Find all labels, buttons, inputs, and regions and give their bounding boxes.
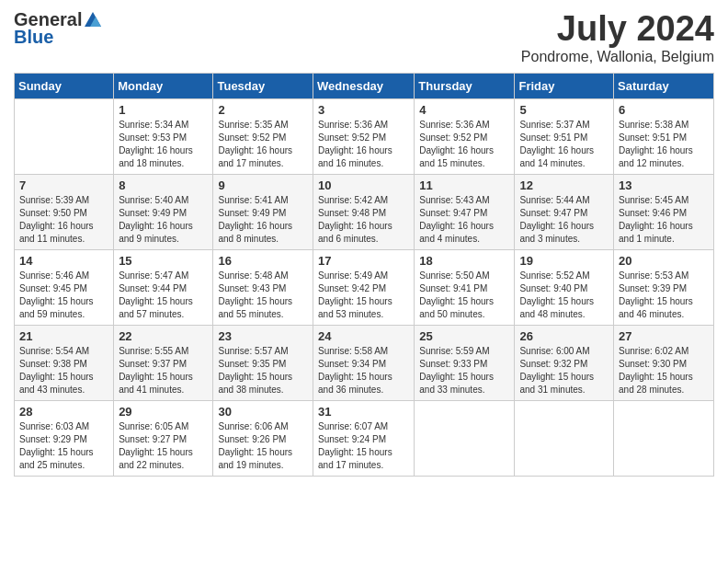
day-info: Sunrise: 5:47 AM Sunset: 9:44 PM Dayligh… [119,270,208,321]
calendar-cell: 20Sunrise: 5:53 AM Sunset: 9:39 PM Dayli… [614,250,714,326]
day-info: Sunrise: 5:54 AM Sunset: 9:38 PM Dayligh… [19,345,108,396]
day-info: Sunrise: 5:48 AM Sunset: 9:43 PM Dayligh… [218,270,308,321]
day-number: 6 [619,103,709,117]
calendar-cell: 9Sunrise: 5:41 AM Sunset: 9:49 PM Daylig… [213,175,313,250]
day-number: 7 [19,178,108,192]
day-number: 5 [519,103,609,117]
header: General Blue July 2024 Pondrome, Walloni… [14,9,714,65]
calendar-cell: 10Sunrise: 5:42 AM Sunset: 9:48 PM Dayli… [313,175,415,250]
title-section: July 2024 Pondrome, Wallonia, Belgium [521,9,714,65]
day-number: 29 [119,405,208,419]
day-number: 8 [119,178,208,192]
calendar-cell: 28Sunrise: 6:03 AM Sunset: 9:29 PM Dayli… [15,401,114,477]
day-number: 10 [318,178,409,192]
calendar-cell: 17Sunrise: 5:49 AM Sunset: 9:42 PM Dayli… [313,250,415,326]
day-number: 9 [218,178,308,192]
day-number: 15 [119,254,208,268]
day-info: Sunrise: 5:39 AM Sunset: 9:50 PM Dayligh… [19,194,108,246]
day-info: Sunrise: 5:45 AM Sunset: 9:46 PM Dayligh… [619,194,709,246]
calendar-cell [415,401,515,477]
day-info: Sunrise: 5:53 AM Sunset: 9:39 PM Dayligh… [619,270,709,321]
calendar-cell: 29Sunrise: 6:05 AM Sunset: 9:27 PM Dayli… [114,401,213,477]
day-info: Sunrise: 6:05 AM Sunset: 9:27 PM Dayligh… [119,420,208,472]
calendar-cell: 18Sunrise: 5:50 AM Sunset: 9:41 PM Dayli… [415,250,515,326]
weekday-header: Saturday [614,74,714,99]
day-info: Sunrise: 6:06 AM Sunset: 9:26 PM Dayligh… [218,420,308,472]
calendar-cell: 11Sunrise: 5:43 AM Sunset: 9:47 PM Dayli… [415,175,515,250]
calendar-week-row: 28Sunrise: 6:03 AM Sunset: 9:29 PM Dayli… [15,401,714,477]
day-info: Sunrise: 5:38 AM Sunset: 9:51 PM Dayligh… [619,119,709,170]
day-number: 26 [519,329,609,343]
calendar-cell: 13Sunrise: 5:45 AM Sunset: 9:46 PM Dayli… [614,175,714,250]
day-number: 2 [218,103,308,117]
calendar-cell: 21Sunrise: 5:54 AM Sunset: 9:38 PM Dayli… [15,326,114,401]
day-number: 30 [218,405,308,419]
calendar-cell: 25Sunrise: 5:59 AM Sunset: 9:33 PM Dayli… [415,326,515,401]
day-number: 1 [119,103,208,117]
calendar-cell: 23Sunrise: 5:57 AM Sunset: 9:35 PM Dayli… [213,326,313,401]
day-info: Sunrise: 5:59 AM Sunset: 9:33 PM Dayligh… [419,345,509,396]
day-info: Sunrise: 5:55 AM Sunset: 9:37 PM Dayligh… [119,345,208,396]
calendar-cell: 24Sunrise: 5:58 AM Sunset: 9:34 PM Dayli… [313,326,415,401]
day-info: Sunrise: 5:44 AM Sunset: 9:47 PM Dayligh… [519,194,609,246]
calendar-week-row: 14Sunrise: 5:46 AM Sunset: 9:45 PM Dayli… [15,250,714,326]
calendar-week-row: 1Sunrise: 5:34 AM Sunset: 9:53 PM Daylig… [15,99,714,175]
calendar-cell: 19Sunrise: 5:52 AM Sunset: 9:40 PM Dayli… [515,250,614,326]
day-number: 28 [19,405,108,419]
calendar-cell: 4Sunrise: 5:36 AM Sunset: 9:52 PM Daylig… [415,99,515,175]
day-info: Sunrise: 5:42 AM Sunset: 9:48 PM Dayligh… [318,194,409,246]
logo: General Blue [14,9,104,48]
calendar-cell: 15Sunrise: 5:47 AM Sunset: 9:44 PM Dayli… [114,250,213,326]
day-number: 14 [19,254,108,268]
calendar-cell: 6Sunrise: 5:38 AM Sunset: 9:51 PM Daylig… [614,99,714,175]
day-info: Sunrise: 5:58 AM Sunset: 9:34 PM Dayligh… [318,345,409,396]
weekday-header: Sunday [15,74,114,99]
day-number: 3 [318,103,409,117]
day-number: 16 [218,254,308,268]
day-number: 18 [419,254,509,268]
day-info: Sunrise: 5:36 AM Sunset: 9:52 PM Dayligh… [318,119,409,170]
calendar-cell: 26Sunrise: 6:00 AM Sunset: 9:32 PM Dayli… [515,326,614,401]
weekday-header: Monday [114,74,213,99]
location: Pondrome, Wallonia, Belgium [521,49,714,65]
calendar-cell: 14Sunrise: 5:46 AM Sunset: 9:45 PM Dayli… [15,250,114,326]
day-number: 21 [19,329,108,343]
calendar-week-row: 7Sunrise: 5:39 AM Sunset: 9:50 PM Daylig… [15,175,714,250]
calendar-cell [614,401,714,477]
month-title: July 2024 [521,9,714,49]
day-number: 11 [419,178,509,192]
calendar-cell: 12Sunrise: 5:44 AM Sunset: 9:47 PM Dayli… [515,175,614,250]
day-number: 12 [519,178,609,192]
calendar-cell [15,99,114,175]
day-number: 4 [419,103,509,117]
day-number: 22 [119,329,208,343]
day-info: Sunrise: 5:50 AM Sunset: 9:41 PM Dayligh… [419,270,509,321]
day-info: Sunrise: 5:49 AM Sunset: 9:42 PM Dayligh… [318,270,409,321]
calendar-cell: 8Sunrise: 5:40 AM Sunset: 9:49 PM Daylig… [114,175,213,250]
weekday-header: Wednesday [313,74,415,99]
day-number: 25 [419,329,509,343]
day-info: Sunrise: 6:07 AM Sunset: 9:24 PM Dayligh… [318,420,409,472]
day-number: 20 [619,254,709,268]
day-info: Sunrise: 5:43 AM Sunset: 9:47 PM Dayligh… [419,194,509,246]
logo-blue-text: Blue [14,27,53,48]
day-info: Sunrise: 5:46 AM Sunset: 9:45 PM Dayligh… [19,270,108,321]
calendar-cell: 2Sunrise: 5:35 AM Sunset: 9:52 PM Daylig… [213,99,313,175]
day-number: 23 [218,329,308,343]
day-number: 31 [318,405,409,419]
calendar-cell: 5Sunrise: 5:37 AM Sunset: 9:51 PM Daylig… [515,99,614,175]
day-info: Sunrise: 5:52 AM Sunset: 9:40 PM Dayligh… [519,270,609,321]
day-info: Sunrise: 5:57 AM Sunset: 9:35 PM Dayligh… [218,345,308,396]
calendar-cell: 1Sunrise: 5:34 AM Sunset: 9:53 PM Daylig… [114,99,213,175]
day-info: Sunrise: 5:37 AM Sunset: 9:51 PM Dayligh… [519,119,609,170]
calendar-cell: 16Sunrise: 5:48 AM Sunset: 9:43 PM Dayli… [213,250,313,326]
weekday-header: Tuesday [213,74,313,99]
day-info: Sunrise: 6:02 AM Sunset: 9:30 PM Dayligh… [619,345,709,396]
calendar-cell: 3Sunrise: 5:36 AM Sunset: 9:52 PM Daylig… [313,99,415,175]
day-info: Sunrise: 5:35 AM Sunset: 9:52 PM Dayligh… [218,119,308,170]
weekday-header-row: SundayMondayTuesdayWednesdayThursdayFrid… [15,74,714,99]
calendar-cell: 27Sunrise: 6:02 AM Sunset: 9:30 PM Dayli… [614,326,714,401]
calendar-cell: 30Sunrise: 6:06 AM Sunset: 9:26 PM Dayli… [213,401,313,477]
day-number: 13 [619,178,709,192]
calendar-cell: 22Sunrise: 5:55 AM Sunset: 9:37 PM Dayli… [114,326,213,401]
